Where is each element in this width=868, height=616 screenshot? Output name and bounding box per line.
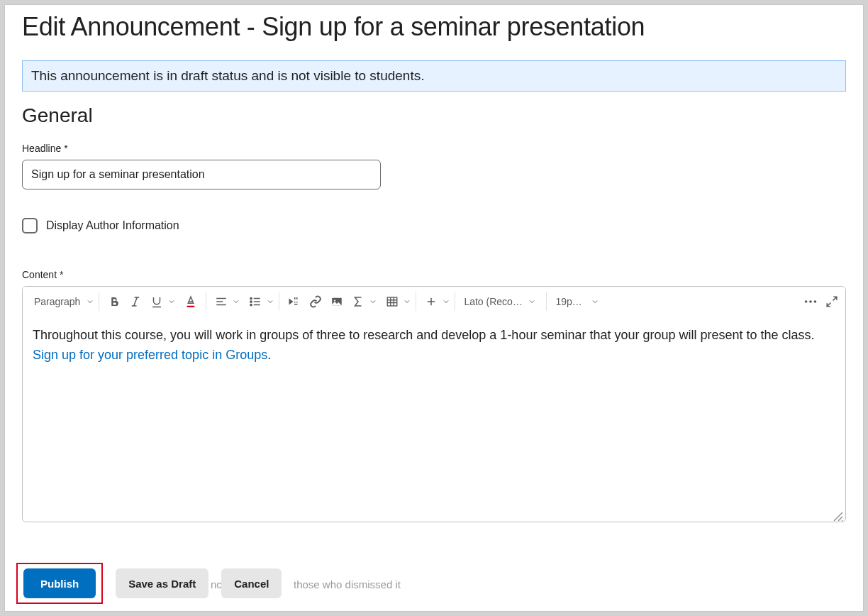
action-bar: Publish Save as Draft Cancel — [16, 563, 282, 604]
content-link[interactable]: Sign up for your preferred topic in Grou… — [33, 348, 267, 362]
display-author-label: Display Author Information — [46, 219, 179, 232]
page-title: Edit Announcement - Sign up for a semina… — [22, 12, 846, 42]
section-heading-general: General — [22, 104, 846, 127]
chevron-down-icon — [528, 297, 536, 306]
svg-point-16 — [334, 299, 335, 301]
font-size-select[interactable]: 19px … — [551, 296, 605, 307]
link-button[interactable] — [305, 289, 326, 314]
insert-quicklink-button[interactable] — [284, 289, 305, 314]
editor-toolbar: Paragraph — [23, 287, 845, 316]
underline-button[interactable] — [146, 289, 167, 314]
cancel-button[interactable]: Cancel — [221, 568, 282, 598]
headline-input[interactable] — [22, 160, 381, 189]
headline-label: Headline * — [22, 143, 846, 154]
display-author-checkbox[interactable] — [22, 218, 38, 233]
equation-button[interactable] — [347, 289, 369, 314]
svg-point-24 — [805, 300, 808, 303]
display-author-row: Display Author Information — [22, 218, 846, 233]
italic-button[interactable] — [125, 289, 146, 314]
svg-point-25 — [809, 300, 812, 303]
editor-content-area[interactable]: Throughout this course, you will work in… — [23, 316, 845, 522]
rich-text-editor: Paragraph — [22, 286, 846, 522]
publish-highlight: Publish — [16, 563, 103, 604]
chevron-down-icon — [86, 297, 94, 306]
chevron-down-icon[interactable] — [369, 297, 377, 306]
chevron-down-icon — [591, 297, 599, 306]
draft-status-banner: This announcement is in draft status and… — [22, 60, 846, 92]
chevron-down-icon[interactable] — [403, 297, 411, 306]
page-container: Edit Announcement - Sign up for a semina… — [4, 4, 864, 612]
svg-point-11 — [250, 304, 252, 305]
svg-point-26 — [814, 300, 817, 303]
chevron-down-icon[interactable] — [167, 297, 176, 306]
font-family-select[interactable]: Lato (Recom… — [460, 296, 542, 307]
image-button[interactable] — [326, 289, 347, 314]
block-format-select[interactable]: Paragraph — [26, 296, 94, 307]
fullscreen-button[interactable] — [821, 289, 842, 314]
text-color-button[interactable] — [180, 289, 201, 314]
table-button[interactable] — [382, 289, 403, 314]
chevron-down-icon[interactable] — [266, 297, 274, 306]
chevron-down-icon[interactable] — [442, 297, 450, 306]
background-text: those who dismissed it — [294, 578, 401, 590]
svg-line-2 — [134, 297, 138, 306]
plus-button[interactable] — [421, 289, 442, 314]
resize-handle-icon[interactable] — [833, 509, 845, 522]
content-label: Content * — [22, 269, 846, 280]
list-button[interactable] — [245, 289, 266, 314]
save-as-draft-button[interactable]: Save as Draft — [116, 568, 208, 598]
publish-button[interactable]: Publish — [23, 568, 96, 598]
more-actions-button[interactable] — [800, 289, 821, 314]
svg-point-10 — [250, 300, 252, 302]
chevron-down-icon[interactable] — [232, 297, 240, 306]
svg-rect-17 — [388, 297, 398, 306]
content-text: Throughout this course, you will work in… — [33, 328, 815, 342]
align-button[interactable] — [211, 289, 232, 314]
svg-point-9 — [250, 297, 252, 299]
bold-button[interactable] — [104, 289, 125, 314]
